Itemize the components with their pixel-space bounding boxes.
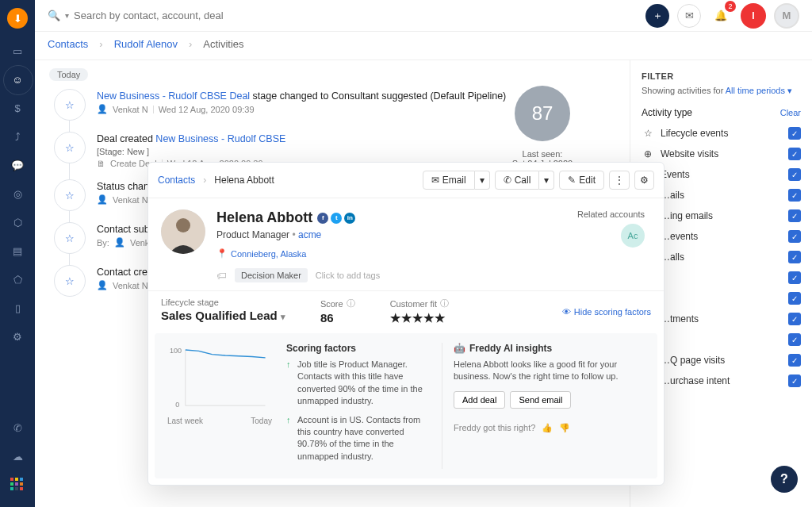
lifecycle-label: Lifecycle stage <box>161 298 285 307</box>
chevron-down-icon[interactable]: ▾ <box>65 11 69 20</box>
filter-item[interactable]: ▦Events✓ <box>642 164 801 185</box>
check-icon[interactable]: ✓ <box>788 292 801 305</box>
check-icon[interactable]: ✓ <box>788 127 801 140</box>
help-button[interactable]: ? <box>771 466 798 493</box>
star-icon[interactable]: ☆ <box>54 265 86 297</box>
contact-location[interactable]: 📍Connieberg, Alaska <box>216 248 380 259</box>
global-search[interactable]: 🔍 ▾ <box>48 10 280 21</box>
nav-target-icon[interactable]: ◎ <box>6 182 29 205</box>
nav-package-icon[interactable]: ⬠ <box>6 268 29 290</box>
filter-item[interactable]: ⊕Website visits✓ <box>642 144 801 164</box>
scoring-factors-title: Scoring factors <box>286 343 431 354</box>
hide-scoring-toggle[interactable]: 👁Hide scoring factors <box>562 298 651 325</box>
search-input[interactable] <box>74 10 280 21</box>
thumb-down-icon[interactable]: 👎 <box>559 423 570 433</box>
tag-chip[interactable]: Decision Maker <box>235 268 308 282</box>
breadcrumb-contact[interactable]: Rudolf Alenov <box>114 38 178 50</box>
filter-item[interactable]: …tments✓ <box>642 309 801 329</box>
filter-clear[interactable]: Clear <box>780 108 801 117</box>
settings-button[interactable]: ⚙ <box>634 171 654 190</box>
filter-item[interactable]: ✓ <box>642 329 801 350</box>
email-button[interactable]: ✉Email▾ <box>423 171 490 190</box>
breadcrumb-root[interactable]: Contacts <box>48 38 88 50</box>
filter-item[interactable]: …ing emails✓ <box>642 205 801 226</box>
notifications-button[interactable]: 🔔2 <box>709 4 733 28</box>
add-deal-button[interactable]: Add deal <box>454 391 505 409</box>
check-icon[interactable]: ✓ <box>788 251 801 263</box>
social-icons: f t in <box>317 213 355 224</box>
nav-analytics-icon[interactable]: ⤴ <box>6 125 29 148</box>
phone-icon: ✆ <box>504 175 511 186</box>
check-icon[interactable]: ✓ <box>788 354 801 367</box>
nav-deals-icon[interactable]: $ <box>6 97 29 119</box>
nav-reports-icon[interactable]: ▤ <box>6 240 29 262</box>
twitter-icon[interactable]: t <box>331 213 342 224</box>
ai-footer-text: Freddy got this right? <box>454 423 535 432</box>
check-icon[interactable]: ✓ <box>788 230 801 243</box>
filter-period-link[interactable]: All time periods ▾ <box>726 86 792 95</box>
call-button[interactable]: ✆Call▾ <box>495 171 555 190</box>
chevron-down-icon[interactable]: ▾ <box>475 171 490 190</box>
nav-box-icon[interactable]: ⬡ <box>6 211 29 233</box>
deal-link[interactable]: New Business - Rudolf CBSE Deal <box>97 90 250 102</box>
pencil-icon: ✎ <box>568 175 576 186</box>
chevron-down-icon[interactable]: ▾ <box>539 171 554 190</box>
info-icon[interactable]: ⓘ <box>440 298 449 309</box>
deal-link[interactable]: New Business - Rudolf CBSE <box>155 133 285 144</box>
notif-badge: 2 <box>725 1 736 12</box>
check-icon[interactable]: ✓ <box>788 209 801 222</box>
star-icon[interactable]: ☆ <box>54 179 86 211</box>
filter-item[interactable]: ✓ <box>642 267 801 288</box>
filter-item[interactable]: …events✓ <box>642 226 801 247</box>
edit-button[interactable]: ✎Edit <box>559 171 604 190</box>
star-icon[interactable]: ☆ <box>54 89 86 121</box>
contact-name: Helena Abbott <box>216 209 312 226</box>
thumb-up-icon[interactable]: 👍 <box>542 423 553 433</box>
filter-item[interactable]: ✓ <box>642 288 801 309</box>
send-email-button[interactable]: Send email <box>510 391 571 409</box>
filter-item[interactable]: …Q page visits✓ <box>642 350 801 371</box>
check-icon[interactable]: ✓ <box>788 189 801 202</box>
nav-phone-icon[interactable]: ✆ <box>6 417 29 439</box>
user-avatar[interactable]: M <box>774 3 799 29</box>
brand-logo[interactable]: ⬇ <box>7 8 28 29</box>
add-button[interactable]: ＋ <box>645 4 669 28</box>
scoring-factor: Job title is Product Manager. Contacts w… <box>286 359 431 408</box>
filter-item-label: …ing emails <box>661 210 713 221</box>
more-button[interactable]: ⋮ <box>609 171 630 190</box>
nav-chat-icon[interactable]: 💬 <box>6 154 29 176</box>
add-tag-hint[interactable]: Click to add tags <box>316 271 380 280</box>
svg-text:0: 0 <box>175 401 179 409</box>
check-icon[interactable]: ✓ <box>788 148 801 160</box>
star-icon[interactable]: ☆ <box>54 132 86 163</box>
check-icon[interactable]: ✓ <box>788 333 801 346</box>
check-icon[interactable]: ✓ <box>788 374 801 387</box>
nav-message-icon[interactable]: ☁ <box>6 445 29 467</box>
filter-item[interactable]: …urchase intent✓ <box>642 371 801 391</box>
nav-apps-icon[interactable] <box>6 474 29 496</box>
check-icon[interactable]: ✓ <box>788 313 801 325</box>
secondary-avatar[interactable]: I <box>741 3 766 29</box>
check-icon[interactable]: ✓ <box>788 271 801 284</box>
breadcrumb-current: Activities <box>203 38 243 50</box>
star-icon[interactable]: ☆ <box>54 222 86 254</box>
filter-item[interactable]: …ails✓ <box>642 185 801 205</box>
overlay-crumb-root[interactable]: Contacts <box>158 175 195 186</box>
company-link[interactable]: acme <box>298 229 321 240</box>
svg-text:100: 100 <box>170 347 182 355</box>
lifecycle-value[interactable]: Sales Qualified Lead ▾ <box>161 309 285 322</box>
nav-contacts-icon[interactable]: ☺ <box>6 68 29 90</box>
facebook-icon[interactable]: f <box>317 213 328 224</box>
nav-doc-icon[interactable]: ▯ <box>6 297 29 319</box>
filter-item[interactable]: …alls✓ <box>642 247 801 267</box>
filter-item[interactable]: ☆Lifecycle events✓ <box>642 123 801 144</box>
info-icon[interactable]: ⓘ <box>347 298 355 309</box>
mail-button[interactable]: ✉ <box>677 4 701 28</box>
linkedin-icon[interactable]: in <box>344 213 355 224</box>
check-icon[interactable]: ✓ <box>788 168 801 181</box>
nav-calendar-icon[interactable]: ▭ <box>6 40 29 62</box>
nav-settings-icon[interactable]: ⚙ <box>6 325 29 348</box>
pin-icon: 📍 <box>216 248 228 259</box>
filter-item-label: Events <box>661 169 690 180</box>
account-badge[interactable]: Ac <box>621 224 645 248</box>
